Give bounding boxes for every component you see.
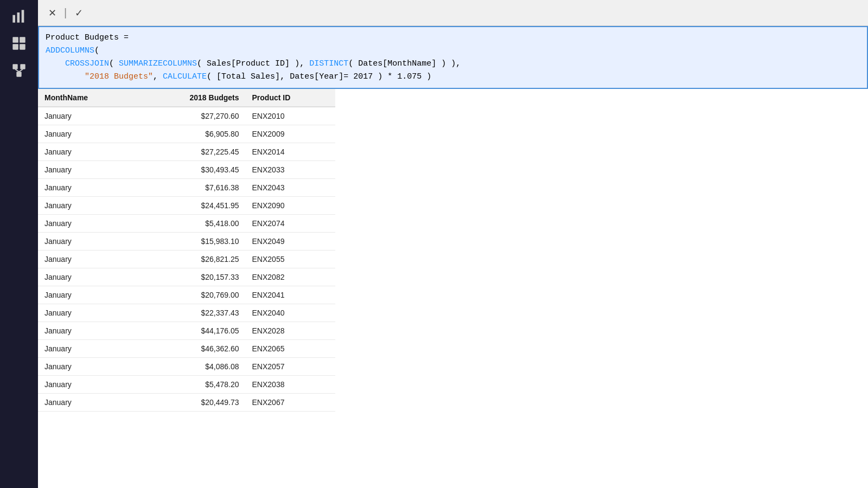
main-content: ✕ | ✓ Product Budgets = ADDCOLUMNS( CROS… [38,0,868,488]
formula-line-4: "2018 Budgets", CALCULATE( [Total Sales]… [46,70,860,84]
table-cell: $7,616.38 [137,179,246,197]
table-cell: $27,270.60 [137,107,246,125]
formula-calculate: CALCULATE [163,72,207,81]
formula-editor[interactable]: Product Budgets = ADDCOLUMNS( CROSSJOIN(… [38,26,868,89]
table-row: January$6,905.80ENX2009 [38,125,335,143]
table-row: January$27,270.60ENX2010 [38,107,335,125]
table-cell: $5,478.20 [137,376,246,394]
table-cell: $24,451.95 [137,197,246,215]
table-cell: January [38,340,137,358]
svg-line-10 [15,69,19,72]
formula-line-3: CROSSJOIN( SUMMARIZECOLUMNS( Sales[Produ… [46,57,860,70]
table-cell: ENX2065 [246,340,335,358]
toolbar: ✕ | ✓ [38,0,868,26]
table-row: January$20,769.00ENX2041 [38,286,335,304]
table-cell: January [38,268,137,286]
table-row: January$30,493.45ENX2033 [38,161,335,179]
table-cell: January [38,143,137,161]
col-header-monthname: MonthName [38,89,137,107]
table-body: January$27,270.60ENX2010January$6,905.80… [38,107,335,412]
table-header-row: MonthName 2018 Budgets Product ID [38,89,335,107]
svg-rect-8 [20,64,25,69]
table-cell: $22,337.43 [137,304,246,322]
table-cell: ENX2055 [246,251,335,268]
formula-addcolumns: ADDCOLUMNS [46,46,94,55]
table-cell: ENX2067 [246,394,335,412]
table-cell: January [38,215,137,233]
table-cell: ENX2049 [246,233,335,251]
table-cell: $20,449.73 [137,394,246,412]
table-cell: $27,225.45 [137,143,246,161]
table-row: January$24,451.95ENX2090 [38,197,335,215]
svg-line-11 [19,69,23,72]
table-row: January$44,176.05ENX2028 [38,322,335,340]
svg-rect-9 [16,72,21,76]
cancel-button[interactable]: ✕ [42,3,62,23]
formula-ref1: Sales[Product ID] [207,59,290,68]
formula-crossjoin: CROSSJOIN [65,59,109,68]
formula-dates-year: Dates[Year] [290,72,343,81]
svg-rect-7 [12,64,17,69]
table-cell: January [38,251,137,268]
col-header-productid: Product ID [246,89,335,107]
svg-rect-0 [12,15,15,23]
formula-line-1: Product Budgets = [46,31,860,44]
table-area: MonthName 2018 Budgets Product ID Januar… [38,89,868,488]
table-cell: ENX2038 [246,376,335,394]
table-cell: $15,983.10 [137,233,246,251]
svg-rect-5 [12,44,18,50]
svg-rect-3 [12,37,18,43]
table-cell: ENX2009 [246,125,335,143]
table-cell: ENX2057 [246,358,335,376]
table-cell: January [38,179,137,197]
table-cell: January [38,286,137,304]
formula-ref2: Dates[MonthName] [358,59,436,68]
table-row: January$20,157.33ENX2082 [38,268,335,286]
formula-line-2: ADDCOLUMNS( [46,44,860,57]
table-cell: January [38,394,137,412]
table-cell: ENX2090 [246,197,335,215]
table-cell: ENX2033 [246,161,335,179]
table-cell: $26,821.25 [137,251,246,268]
table-cell: January [38,304,137,322]
diagram-icon[interactable] [7,59,31,82]
formula-measure-name: Product Budgets = [46,33,129,42]
table-cell: $20,769.00 [137,286,246,304]
svg-rect-1 [17,12,20,23]
table-cell: ENX2014 [246,143,335,161]
table-row: January$20,449.73ENX2067 [38,394,335,412]
table-cell: $6,905.80 [137,125,246,143]
table-cell: $5,418.00 [137,215,246,233]
svg-rect-2 [22,10,24,22]
table-cell: ENX2074 [246,215,335,233]
table-cell: $4,086.08 [137,358,246,376]
table-cell: ENX2028 [246,322,335,340]
table-row: January$22,337.43ENX2040 [38,304,335,322]
table-row: January$4,086.08ENX2057 [38,358,335,376]
bar-chart-icon[interactable] [7,4,31,28]
table-cell: $44,176.05 [137,322,246,340]
table-row: January$5,478.20ENX2038 [38,376,335,394]
table-cell: January [38,161,137,179]
table-row: January$5,418.00ENX2074 [38,215,335,233]
table-cell: ENX2043 [246,179,335,197]
table-row: January$15,983.10ENX2049 [38,233,335,251]
table-cell: ENX2082 [246,268,335,286]
table-row: January$27,225.45ENX2014 [38,143,335,161]
table-cell: ENX2040 [246,304,335,322]
table-cell: ENX2041 [246,286,335,304]
confirm-button[interactable]: ✓ [69,3,88,23]
cursor-indicator: | [64,7,67,19]
formula-total-sales: [Total Sales] [216,72,280,81]
formula-string: "2018 Budgets" [85,72,153,81]
col-header-budgets: 2018 Budgets [137,89,246,107]
table-row: January$46,362.60ENX2065 [38,340,335,358]
table-row: January$7,616.38ENX2043 [38,179,335,197]
table-cell: January [38,322,137,340]
table-cell: ENX2010 [246,107,335,125]
table-cell: January [38,125,137,143]
data-table: MonthName 2018 Budgets Product ID Januar… [38,89,335,412]
table-cell: January [38,233,137,251]
svg-rect-6 [20,44,25,50]
table-icon[interactable] [7,31,31,55]
